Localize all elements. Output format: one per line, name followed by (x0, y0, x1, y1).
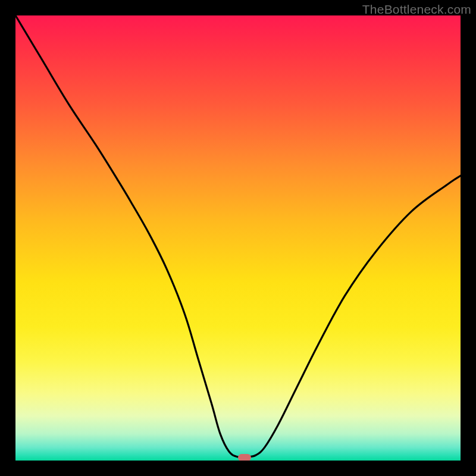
bottleneck-curve (15, 15, 461, 461)
plot-area (15, 15, 461, 461)
optimal-point-marker (238, 454, 251, 461)
chart-frame: TheBottleneck.com (0, 0, 476, 476)
watermark-text: TheBottleneck.com (362, 2, 471, 17)
